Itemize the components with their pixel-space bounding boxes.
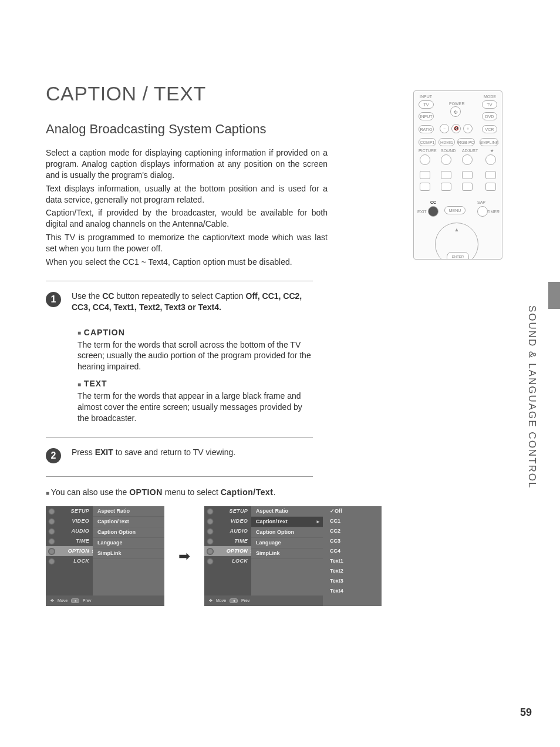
rgb-pc-button[interactable]: RGB-PC bbox=[457, 138, 475, 146]
step-number-icon: 1 bbox=[46, 292, 61, 307]
divider bbox=[46, 281, 313, 281]
divider bbox=[46, 437, 313, 438]
dpad-icon: ✥ bbox=[209, 598, 212, 603]
section-side-label: SOUND & LANGUAGE CONTROL bbox=[526, 305, 538, 489]
menu-tab-lock[interactable]: LOCK bbox=[204, 556, 251, 566]
label-adjust: ADJUST bbox=[462, 149, 478, 153]
text-body: The term for the words that appear in a … bbox=[77, 391, 312, 424]
text: Caption/Text bbox=[221, 487, 274, 497]
record-button[interactable] bbox=[485, 171, 496, 179]
menu-button[interactable]: MENU bbox=[444, 206, 465, 214]
tv-button[interactable]: TV bbox=[419, 100, 434, 109]
option-text4[interactable]: Text4 bbox=[323, 586, 382, 596]
menu-tab-time[interactable]: TIME bbox=[46, 536, 93, 546]
menu-tab-video[interactable]: VIDEO bbox=[46, 516, 93, 526]
stop-button[interactable] bbox=[420, 171, 430, 179]
label-sap: SAP bbox=[477, 200, 485, 204]
label-mode: MODE bbox=[484, 95, 496, 99]
picture-button[interactable] bbox=[420, 154, 430, 165]
caption-definition: CAPTION The term for the words that scro… bbox=[77, 327, 312, 424]
option-text1[interactable]: Text1 bbox=[323, 556, 382, 566]
option-menu-2: SETUP VIDEO AUDIO TIME OPTION LOCK Aspec… bbox=[204, 506, 382, 606]
section-tab bbox=[548, 282, 560, 309]
menu-tab-audio[interactable]: AUDIO bbox=[46, 526, 93, 536]
sap-button[interactable] bbox=[477, 206, 488, 217]
power-button[interactable]: ⏻ bbox=[450, 106, 461, 117]
skip-back-button[interactable] bbox=[420, 183, 430, 191]
prev-key-icon: ◄ bbox=[71, 598, 79, 603]
mute-button[interactable]: 🔇 bbox=[451, 124, 461, 133]
menu-tab-video[interactable]: VIDEO bbox=[204, 516, 251, 526]
step-number-icon: 2 bbox=[46, 448, 61, 463]
label-picture: PICTURE bbox=[419, 149, 437, 153]
also-note: You can also use the OPTION menu to sele… bbox=[46, 487, 525, 497]
forward-button[interactable] bbox=[462, 183, 473, 191]
option-cc3[interactable]: CC3 bbox=[323, 536, 382, 546]
dpad-icon: ✥ bbox=[50, 598, 54, 603]
menu-item-language[interactable]: Language bbox=[251, 538, 323, 549]
menu-item-language[interactable]: Language bbox=[93, 538, 164, 549]
comp1-button[interactable]: COMP1 bbox=[419, 138, 436, 146]
rewind-button[interactable] bbox=[441, 183, 451, 191]
prev-key-icon: ◄ bbox=[230, 598, 238, 603]
menu-tab-lock[interactable]: LOCK bbox=[46, 556, 93, 566]
option-cc2[interactable]: CC2 bbox=[323, 526, 382, 536]
tv-mode-button[interactable]: TV bbox=[482, 100, 497, 109]
menu-tab-setup[interactable]: SETUP bbox=[46, 506, 93, 516]
label-star: ★ bbox=[490, 149, 494, 153]
pause-button[interactable] bbox=[462, 171, 473, 179]
menu-tab-option[interactable]: OPTION bbox=[204, 546, 251, 556]
hdmi1-button[interactable]: HDMI1 bbox=[438, 138, 455, 146]
up-arrow-icon: ▲ bbox=[454, 227, 460, 233]
option-menu-label: OPTION bbox=[129, 487, 163, 497]
menu-item-aspect-ratio[interactable]: Aspect Ratio bbox=[93, 506, 164, 517]
option-menu-1: SETUP VIDEO AUDIO TIME OPTION LOCK Aspec… bbox=[46, 506, 164, 606]
menu-item-caption-option[interactable]: Caption Option bbox=[93, 527, 164, 538]
option-cc4[interactable]: CC4 bbox=[323, 546, 382, 556]
ratio-button[interactable]: RATIO bbox=[419, 125, 434, 133]
sound-button[interactable] bbox=[441, 154, 451, 165]
vol-down-button[interactable]: − bbox=[440, 124, 449, 133]
enter-button[interactable]: ENTER bbox=[447, 252, 469, 260]
menu-item-caption-text[interactable]: Caption/Text bbox=[93, 517, 164, 527]
menu-item-caption-option[interactable]: Caption Option bbox=[251, 527, 323, 538]
option-text2[interactable]: Text2 bbox=[323, 566, 382, 576]
dvd-button[interactable]: DVD bbox=[482, 112, 497, 120]
menu-tab-option[interactable]: OPTION bbox=[46, 546, 93, 556]
caption-heading: CAPTION bbox=[77, 327, 312, 338]
menu-item-caption-text[interactable]: Caption/Text bbox=[251, 517, 323, 527]
intro-paragraphs: Select a caption mode for displaying cap… bbox=[46, 147, 328, 268]
label-power: POWER bbox=[449, 102, 464, 106]
caption-body: The term for the words that scroll acros… bbox=[77, 339, 312, 373]
vcr-button[interactable]: VCR bbox=[482, 125, 497, 133]
menu-tab-audio[interactable]: AUDIO bbox=[204, 526, 251, 536]
paragraph: Select a caption mode for displaying cap… bbox=[46, 147, 328, 181]
star-button[interactable] bbox=[485, 154, 496, 165]
simplink-button[interactable]: SIMPLINK bbox=[480, 138, 498, 146]
adjust-button[interactable] bbox=[462, 154, 473, 165]
page-number: 59 bbox=[520, 706, 532, 719]
menu-item-aspect-ratio[interactable]: Aspect Ratio bbox=[251, 506, 323, 517]
step-text: Press EXIT to save and return to TV view… bbox=[72, 447, 235, 458]
menu-tab-time[interactable]: TIME bbox=[204, 536, 251, 546]
input-button[interactable]: INPUT bbox=[419, 112, 434, 120]
paragraph: Text displays information, usually at th… bbox=[46, 183, 328, 206]
prev-label: Prev bbox=[241, 598, 249, 603]
text: Press bbox=[72, 447, 95, 457]
option-off[interactable]: Off bbox=[323, 506, 382, 516]
text: You can also use the bbox=[51, 487, 129, 497]
move-label: Move bbox=[58, 598, 68, 603]
vol-up-button[interactable]: + bbox=[463, 124, 473, 133]
menu-item-simplink[interactable]: SimpLink bbox=[251, 549, 323, 559]
label-exit: EXIT bbox=[417, 210, 427, 214]
menu-item-simplink[interactable]: SimpLink bbox=[93, 549, 164, 559]
option-text3[interactable]: Text3 bbox=[323, 576, 382, 586]
menu-tab-setup[interactable]: SETUP bbox=[204, 506, 251, 516]
text: to save and return to TV viewing. bbox=[113, 447, 235, 457]
option-cc1[interactable]: CC1 bbox=[323, 516, 382, 526]
cc-button[interactable] bbox=[428, 206, 438, 217]
skip-fwd-button[interactable] bbox=[485, 183, 496, 191]
move-label: Move bbox=[216, 598, 226, 603]
play-button[interactable] bbox=[441, 171, 451, 179]
paragraph: Caption/Text, if provided by the broadca… bbox=[46, 207, 328, 230]
